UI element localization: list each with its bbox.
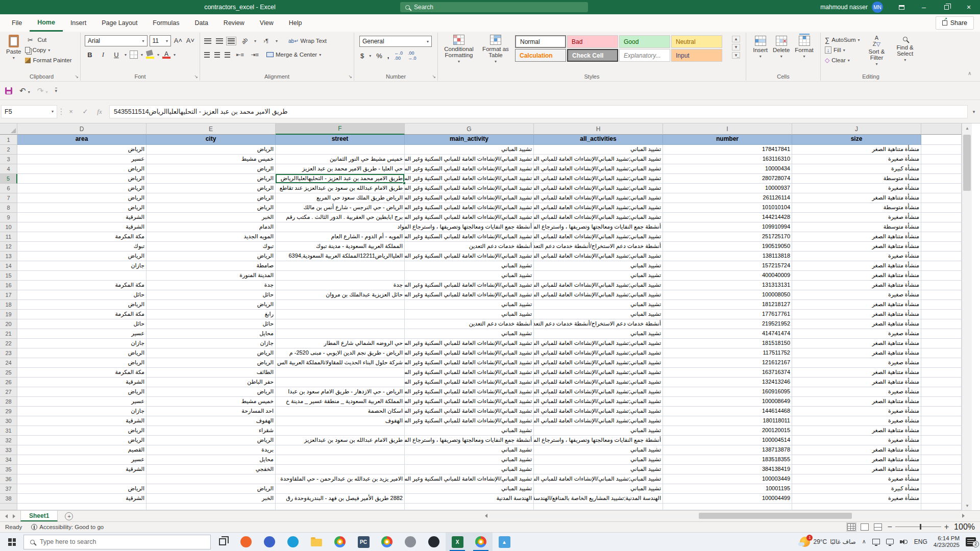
- format-painter-button[interactable]: Format Painter: [25, 55, 71, 65]
- cell-extra[interactable]: [921, 203, 962, 213]
- borders-button[interactable]: [130, 51, 138, 59]
- cell-main[interactable]: تشييد المباني/الإنشاءات العامة للمباني ا…: [405, 252, 534, 261]
- cell-extra[interactable]: [921, 426, 962, 436]
- header-cell-area[interactable]: area: [17, 135, 146, 145]
- cell-size[interactable]: منشأة صغيرة: [792, 329, 921, 339]
- row-header[interactable]: 1: [0, 135, 17, 145]
- tab-data[interactable]: Data: [187, 14, 215, 32]
- cell-street[interactable]: [276, 222, 405, 232]
- insert-function-button[interactable]: fx: [93, 106, 106, 118]
- cell-number[interactable]: 100008649: [663, 397, 792, 407]
- row-header[interactable]: 31: [0, 426, 17, 436]
- cell-street[interactable]: [276, 310, 405, 319]
- cell-number[interactable]: 414741474: [663, 329, 792, 339]
- cell-extra[interactable]: [921, 494, 962, 504]
- cell-all[interactable]: تشييد المباني;تشييد المباني/الإنشاءات ال…: [534, 378, 663, 387]
- top-align-button[interactable]: [204, 38, 211, 44]
- cell-all[interactable]: تشييد المباني;تشييد المباني/الإنشاءات ال…: [534, 358, 663, 368]
- cell-extra[interactable]: [921, 222, 962, 232]
- cell-extra[interactable]: [921, 232, 962, 242]
- cell-size[interactable]: منشأة متناهية الصغر: [792, 465, 921, 474]
- cell-city[interactable]: محايل: [146, 329, 276, 339]
- grow-font-button[interactable]: A˄: [173, 35, 183, 45]
- row-header[interactable]: 28: [0, 397, 17, 407]
- copy-button[interactable]: Copy▾: [25, 45, 71, 55]
- cell-main[interactable]: الهندسة المدنية: [405, 494, 534, 504]
- cell-extra[interactable]: [921, 436, 962, 445]
- clear-button[interactable]: ◇Clear▾: [825, 55, 860, 65]
- cell-main[interactable]: تشييد المباني: [405, 426, 534, 436]
- cell-size[interactable]: منشأة صغيرة: [792, 474, 921, 484]
- cell-size[interactable]: منشأة صغيرة: [792, 436, 921, 445]
- cell-number[interactable]: 131313131: [663, 281, 792, 290]
- cell-main[interactable]: تشييد المباني: [405, 329, 534, 339]
- redo-button[interactable]: ↷ ▾: [37, 86, 48, 95]
- cell-all[interactable]: تشييد المباني: [534, 310, 663, 319]
- cell-city[interactable]: الرياض: [146, 174, 276, 184]
- cell-main[interactable]: تشييد المباني/الإنشاءات العامة للمباني ا…: [405, 193, 534, 203]
- cell-size[interactable]: منشأة متناهية الصغر: [792, 426, 921, 436]
- cell-size[interactable]: منشأة متناهية الصغر: [792, 261, 921, 271]
- show-hidden-icons-button[interactable]: ∧: [862, 538, 866, 545]
- cell-area[interactable]: مكة المكرمة: [17, 368, 146, 378]
- cell-city[interactable]: الطائف: [146, 368, 276, 378]
- style-good[interactable]: Good: [619, 35, 670, 48]
- cell-extra[interactable]: [921, 145, 962, 155]
- cell-street[interactable]: [276, 329, 405, 339]
- merge-center-button[interactable]: Merge & Center▾: [266, 49, 321, 60]
- tab-formulas[interactable]: Formulas: [145, 14, 187, 32]
- cell-extra[interactable]: [921, 416, 962, 426]
- find-select-button[interactable]: Find & Select▾: [893, 35, 917, 66]
- cut-button[interactable]: ✂Cut: [25, 35, 71, 45]
- cell-size[interactable]: منشأة متناهية الصغر: [792, 378, 921, 387]
- cell-empty[interactable]: [276, 504, 405, 510]
- cell-city[interactable]: الهفوف: [146, 416, 276, 426]
- cell-size[interactable]: منشأة متناهية الصغر: [792, 193, 921, 203]
- cell-number[interactable]: 219521952: [663, 319, 792, 329]
- cell-city[interactable]: الرياض: [146, 484, 276, 494]
- cell-all[interactable]: تشييد المباني;تشييد المباني/الإنشاءات ال…: [534, 387, 663, 397]
- italic-button[interactable]: I: [98, 49, 108, 60]
- cell-all[interactable]: تشييد المباني;تشييد المباني/الإنشاءات ال…: [534, 155, 663, 164]
- cell-area[interactable]: الشرقية: [17, 494, 146, 504]
- row-header[interactable]: 8: [0, 203, 17, 213]
- cell-main[interactable]: تشييد المباني/الإنشاءات العامة للمباني ا…: [405, 368, 534, 378]
- cell-extra[interactable]: [921, 310, 962, 319]
- row-header[interactable]: 7: [0, 193, 17, 203]
- scroll-up-icon[interactable]: ▲: [962, 123, 972, 133]
- avatar[interactable]: MN: [872, 2, 883, 13]
- row-header[interactable]: 19: [0, 310, 17, 319]
- cell-street[interactable]: [276, 426, 405, 436]
- cell-number[interactable]: 100004514: [663, 436, 792, 445]
- cell-size[interactable]: منشأة متناهية الصغر: [792, 455, 921, 465]
- row-header[interactable]: 35: [0, 465, 17, 474]
- cell-number[interactable]: 10001195: [663, 484, 792, 494]
- cell-city[interactable]: الرياض: [146, 358, 276, 368]
- row-header[interactable]: 36: [0, 474, 17, 484]
- tab-page-layout[interactable]: Page Layout: [94, 14, 145, 32]
- row-header[interactable]: 22: [0, 339, 17, 348]
- row-header[interactable]: 34: [0, 455, 17, 465]
- cell-street[interactable]: [276, 300, 405, 310]
- cell-empty[interactable]: [663, 504, 792, 510]
- column-header-extra[interactable]: [921, 123, 962, 135]
- cell-street[interactable]: 2882 طريق الأمير فيصل بن فهد - البندريةو…: [276, 494, 405, 504]
- cell-city[interactable]: جدة: [146, 281, 276, 290]
- tab-help[interactable]: Help: [281, 14, 310, 32]
- cell-street[interactable]: طريق الامام عبدالله بن سعود بن عبدالعزيز: [276, 436, 405, 445]
- cell-city[interactable]: الرياض: [146, 145, 276, 155]
- cell-extra[interactable]: [921, 242, 962, 252]
- cell-street[interactable]: اسكان الحصمة: [276, 407, 405, 416]
- cell-city[interactable]: حائل: [146, 290, 276, 300]
- format-as-table-button[interactable]: Format as Table▾: [480, 35, 511, 64]
- cell-area[interactable]: الرياض: [17, 252, 146, 261]
- cell-area[interactable]: مكة المكرمة: [17, 232, 146, 242]
- cell-area[interactable]: الشرقية: [17, 465, 146, 474]
- fill-color-button[interactable]: [146, 51, 154, 59]
- cell-street[interactable]: الرياض - طريق نجم الدين الايوبي - مبنى 2…: [276, 348, 405, 358]
- cell-street[interactable]: المملكة العربية السعودية - مدينة تبوك: [276, 242, 405, 252]
- tab-home[interactable]: Home: [30, 14, 63, 32]
- scroll-down-icon[interactable]: ▼: [962, 501, 972, 510]
- cell-area[interactable]: القصيم: [17, 445, 146, 455]
- cell-street[interactable]: طريق الامام عبدالله بن سعود بن عبدالعزيز…: [276, 184, 405, 193]
